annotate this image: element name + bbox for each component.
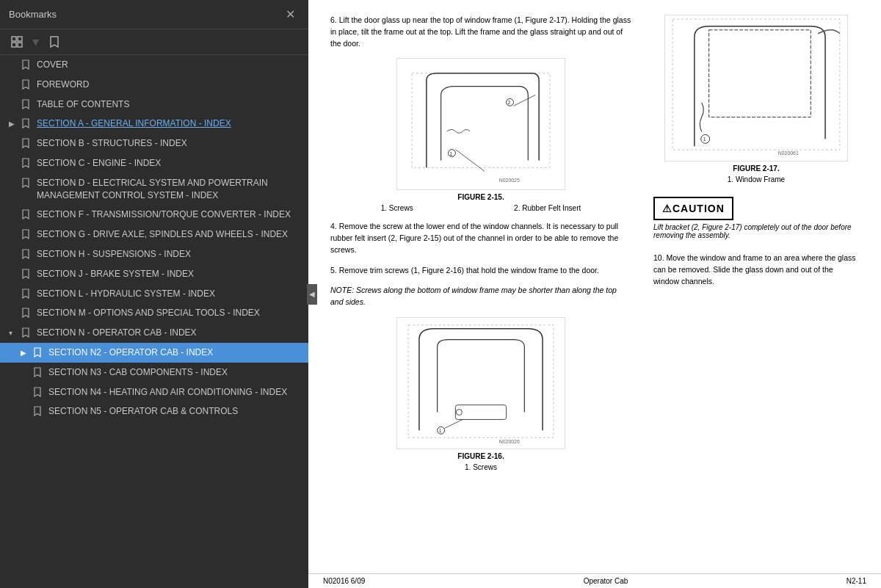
bookmark-list: COVERFOREWORDTABLE OF CONTENTS▶SECTION A…	[0, 55, 308, 588]
expand-icon[interactable]	[9, 34, 25, 50]
figure-15-cap2: 2. Rubber Felt Insert	[514, 204, 581, 212]
svg-line-17	[445, 419, 463, 428]
figure-17-cap1: 1. Window Frame	[728, 175, 785, 184]
figure-15-svg: 1 2 N020025	[396, 58, 565, 190]
bookmark-label-section-f: SECTION F - TRANSMISSION/TORQUE CONVERTE…	[37, 208, 302, 221]
bookmark-item-section-l[interactable]: SECTION L - HYDRAULIC SYSTEM - INDEX	[0, 284, 308, 304]
expand-arrow-section-n5	[21, 405, 31, 407]
expand-arrow-section-n4	[21, 386, 31, 388]
svg-text:N020026: N020026	[499, 439, 520, 444]
expand-arrow-toc	[9, 98, 19, 100]
bookmark-item-foreword[interactable]: FOREWORD	[0, 75, 308, 95]
bookmark-icon-section-g	[22, 228, 34, 239]
step-5-text: 5. Remove trim screws (1, Figure 2-16) t…	[330, 265, 631, 277]
content-panel: 6. Lift the door glass up near the top o…	[308, 0, 881, 588]
svg-rect-2	[12, 43, 16, 47]
bookmark-label-section-j: SECTION J - BRAKE SYSTEM - INDEX	[37, 268, 302, 280]
bookmarks-header: Bookmarks ✕	[0, 0, 308, 29]
svg-rect-0	[12, 37, 16, 41]
bookmark-icon-section-j	[22, 268, 34, 279]
bookmark-item-section-n4[interactable]: SECTION N4 - HEATING AND AIR CONDITIONIN…	[0, 382, 308, 402]
bookmark-item-section-b[interactable]: SECTION B - STRUCTURES - INDEX	[0, 134, 308, 153]
page-content: 6. Lift the door glass up near the top o…	[308, 0, 881, 588]
caution-text: ⚠CAUTION	[662, 203, 725, 214]
expand-arrow-section-n3	[21, 366, 31, 368]
toolbar-separator: ▾	[32, 34, 39, 50]
bookmark-icon[interactable]	[46, 34, 62, 50]
svg-rect-3	[18, 43, 22, 47]
page-left-column: 6. Lift the door glass up near the top o…	[330, 15, 631, 573]
expand-arrow-section-h	[9, 248, 19, 250]
bookmark-label-section-n5: SECTION N5 - OPERATOR CAB & CONTROLS	[48, 405, 302, 418]
bookmark-icon-foreword	[22, 79, 34, 90]
expand-arrow-section-j	[9, 268, 19, 269]
bookmark-item-section-n3[interactable]: SECTION N3 - CAB COMPONENTS - INDEX	[0, 363, 308, 382]
bookmark-item-section-h[interactable]: SECTION H - SUSPENSIONS - INDEX	[0, 244, 308, 264]
svg-text:N020025: N020025	[499, 178, 520, 183]
bookmark-icon-section-n2	[34, 346, 46, 357]
bookmark-icon-section-h	[22, 248, 34, 259]
bookmark-item-section-n[interactable]: ▾SECTION N - OPERATOR CAB - INDEX	[0, 323, 308, 343]
bookmark-icon-section-b	[22, 137, 34, 148]
bookmark-item-cover[interactable]: COVER	[0, 55, 308, 75]
svg-rect-20	[709, 30, 811, 117]
bookmark-label-section-n3: SECTION N3 - CAB COMPONENTS - INDEX	[48, 366, 302, 379]
svg-text:2: 2	[508, 101, 511, 106]
bookmark-icon-section-n3	[34, 366, 46, 377]
svg-rect-19	[672, 19, 840, 150]
figure-15-container: 1 2 N020025 FIGURE 2-15. 1. Screws 2. Ru…	[330, 58, 631, 212]
bookmark-label-section-d: SECTION D - ELECTRICAL SYSTEM AND POWERT…	[37, 177, 302, 202]
bookmark-icon-cover	[22, 59, 34, 70]
bookmark-item-section-n5[interactable]: SECTION N5 - OPERATOR CAB & CONTROLS	[0, 402, 308, 421]
svg-rect-4	[412, 73, 550, 168]
bookmark-item-section-j[interactable]: SECTION J - BRAKE SYSTEM - INDEX	[0, 264, 308, 284]
close-button[interactable]: ✕	[281, 6, 300, 23]
bookmark-label-section-l: SECTION L - HYDRAULIC SYSTEM - INDEX	[37, 288, 302, 300]
expand-arrow-section-b	[9, 137, 19, 139]
bookmark-item-section-d[interactable]: SECTION D - ELECTRICAL SYSTEM AND POWERT…	[0, 173, 308, 206]
step-10-text: 10. Move the window and frame to an area…	[653, 253, 859, 287]
expand-arrow-section-f	[9, 208, 19, 210]
page-right-column: 1 N020061 FIGURE 2-17. 1. Window Frame ⚠…	[653, 15, 859, 573]
bookmark-label-section-h: SECTION H - SUSPENSIONS - INDEX	[37, 248, 302, 261]
bookmark-label-toc: TABLE OF CONTENTS	[37, 98, 302, 111]
svg-text:1: 1	[449, 151, 452, 156]
footer-right: N2-11	[846, 577, 866, 585]
svg-text:1: 1	[439, 428, 442, 433]
figure-16-cap1: 1. Screws	[465, 463, 497, 471]
bookmark-label-foreword: FOREWORD	[37, 79, 302, 91]
svg-line-9	[455, 150, 485, 172]
figure-16-svg: 1 N020026	[396, 317, 565, 449]
bookmark-item-section-g[interactable]: SECTION G - DRIVE AXLE, SPINDLES AND WHE…	[0, 225, 308, 244]
figure-16-caption: 1. Screws	[330, 463, 631, 471]
expand-arrow-cover	[9, 59, 19, 60]
bookmark-icon-section-l	[22, 288, 34, 299]
collapse-handle[interactable]: ◀	[307, 284, 317, 305]
bookmark-icon-section-n	[22, 327, 34, 338]
bookmark-label-section-c: SECTION C - ENGINE - INDEX	[37, 157, 302, 170]
svg-line-10	[514, 95, 536, 106]
page-inner: 6. Lift the door glass up near the top o…	[308, 0, 881, 573]
bookmark-icon-section-a	[22, 117, 34, 128]
bookmark-svg	[48, 36, 60, 48]
page-footer: N02016 6/09 Operator Cab N2-11	[308, 573, 881, 588]
bookmark-item-toc[interactable]: TABLE OF CONTENTS	[0, 95, 308, 115]
bookmark-item-section-a[interactable]: ▶SECTION A - GENERAL INFORMATION - INDEX	[0, 114, 308, 134]
bookmarks-panel: Bookmarks ✕ ▾ COVERFOREWORDTABLE OF CONT…	[0, 0, 308, 588]
expand-arrow-section-d	[9, 177, 19, 178]
bookmark-item-section-f[interactable]: SECTION F - TRANSMISSION/TORQUE CONVERTE…	[0, 205, 308, 225]
step-6-text: 6. Lift the door glass up near the top o…	[330, 15, 631, 49]
bookmark-label-section-m: SECTION M - OPTIONS AND SPECIAL TOOLS - …	[37, 307, 302, 319]
bookmark-label-section-a: SECTION A - GENERAL INFORMATION - INDEX	[37, 117, 302, 130]
caution-box: ⚠CAUTION	[653, 197, 733, 220]
bookmark-item-section-m[interactable]: SECTION M - OPTIONS AND SPECIAL TOOLS - …	[0, 303, 308, 323]
figure-15-cap1: 1. Screws	[381, 204, 413, 212]
bookmark-icon-section-n5	[34, 405, 46, 416]
bookmark-item-section-n2[interactable]: ▶SECTION N2 - OPERATOR CAB - INDEX	[0, 343, 308, 363]
bookmark-label-section-b: SECTION B - STRUCTURES - INDEX	[37, 137, 302, 150]
svg-rect-13	[455, 404, 506, 419]
svg-point-14	[456, 409, 462, 415]
bookmark-label-cover: COVER	[37, 59, 302, 71]
toolbar: ▾	[0, 29, 308, 55]
bookmark-item-section-c[interactable]: SECTION C - ENGINE - INDEX	[0, 153, 308, 173]
